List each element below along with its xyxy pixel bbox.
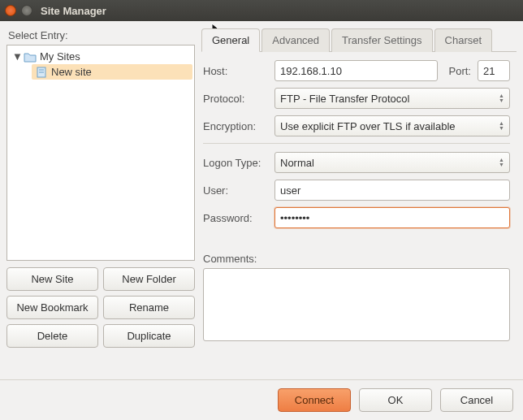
spinner-icon: ▲▼ (494, 93, 504, 103)
new-bookmark-button[interactable]: New Bookmark (6, 296, 98, 319)
tabs: General Advanced Transfer Settings Chars… (201, 28, 517, 52)
server-icon (35, 67, 48, 78)
tree-item-label: New site (51, 66, 92, 78)
host-input[interactable] (274, 60, 438, 81)
port-label: Port: (449, 65, 471, 77)
connect-button[interactable]: Connect (278, 388, 351, 412)
duplicate-button[interactable]: Duplicate (103, 324, 195, 348)
host-label: Host: (203, 65, 268, 77)
spinner-icon: ▲▼ (494, 158, 504, 167)
tab-transfer-settings[interactable]: Transfer Settings (331, 28, 433, 52)
protocol-select[interactable]: FTP - File Transfer Protocol ▲▼ (274, 88, 510, 109)
select-entry-label: Select Entry: (8, 29, 195, 41)
tab-charset[interactable]: Charset (434, 28, 493, 52)
tab-advanced[interactable]: Advanced (262, 28, 330, 52)
encryption-select[interactable]: Use explicit FTP over TLS if available ▲… (274, 115, 510, 136)
logon-type-value: Normal (280, 157, 314, 169)
delete-button[interactable]: Delete (6, 324, 98, 348)
window-title: Site Manager (41, 5, 106, 17)
tree-root-label: My Sites (40, 50, 80, 63)
port-input[interactable] (478, 60, 510, 81)
password-input[interactable] (274, 207, 510, 228)
dialog-footer: Connect OK Cancel (0, 379, 523, 420)
user-input[interactable] (274, 180, 510, 201)
ok-button[interactable]: OK (359, 388, 432, 412)
tree-root-my-sites[interactable]: ▼ My Sites (9, 49, 192, 64)
user-label: User: (203, 184, 268, 197)
tree-expand-icon[interactable]: ▼ (12, 50, 20, 63)
spinner-icon: ▲▼ (494, 121, 504, 131)
logon-type-select[interactable]: Normal ▲▼ (274, 152, 510, 173)
encryption-label: Encryption: (203, 120, 268, 132)
logon-type-label: Logon Type: (203, 157, 268, 169)
divider (203, 143, 510, 144)
cancel-button[interactable]: Cancel (440, 388, 513, 412)
tree-item-new-site[interactable]: New site (32, 64, 192, 80)
rename-button[interactable]: Rename (103, 296, 195, 319)
folder-icon (24, 51, 37, 63)
password-label: Password: (203, 212, 268, 224)
new-folder-button[interactable]: New Folder (103, 267, 195, 291)
comments-textarea[interactable] (203, 268, 510, 341)
window-minimize-icon[interactable] (21, 5, 32, 16)
titlebar: Site Manager (0, 0, 523, 21)
window-close-icon[interactable] (5, 5, 16, 16)
protocol-label: Protocol: (203, 93, 268, 105)
new-site-button[interactable]: New Site (6, 267, 98, 291)
site-tree[interactable]: ▼ My Sites New site (6, 45, 195, 261)
protocol-value: FTP - File Transfer Protocol (280, 93, 409, 105)
encryption-value: Use explicit FTP over TLS if available (280, 120, 456, 132)
comments-label: Comments: (203, 253, 257, 265)
tab-general[interactable]: General (201, 28, 260, 52)
